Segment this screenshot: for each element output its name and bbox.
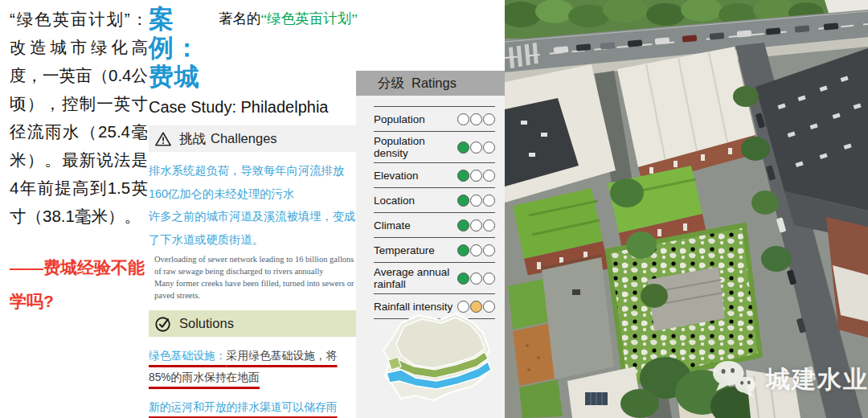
ratings-label-zh: 分级	[378, 75, 404, 92]
rating-dot-green	[457, 141, 469, 154]
rating-label: Location	[374, 192, 457, 209]
rating-dot-none	[470, 141, 482, 154]
rating-dot-green	[457, 170, 469, 182]
wechat-icon	[710, 359, 760, 400]
rating-dot-none	[483, 219, 495, 232]
challenges-body-zh: 排水系统超负荷，导致每年向河流排放160亿加仑的未经处理的污水 许多之前的城市河…	[149, 159, 358, 251]
solution-line-2: 新的运河和开放的排水渠道可以储存雨水。	[149, 396, 350, 418]
rating-dot-none	[470, 195, 482, 207]
case-title-row: 案例：费城 著名的“绿色英亩计划”	[149, 5, 358, 92]
rating-dots	[457, 113, 495, 125]
rating-label: Climate	[374, 217, 457, 234]
rating-row: Population density	[374, 131, 495, 162]
rating-dots	[457, 141, 495, 154]
solutions-header: Solutions	[149, 310, 358, 337]
challenge-en-line: Overloading of sewer network leading to …	[154, 253, 357, 277]
solutions-label-en: Solutions	[179, 316, 234, 331]
case-study-column: 案例：费城 著名的“绿色英亩计划” Case Study: Philadelph…	[149, 5, 358, 418]
rating-dot-none	[470, 244, 482, 256]
rating-label: Average annual rainfall	[374, 264, 457, 293]
solution-line-1: 绿色基础设施：采用绿色基础设施，将85%的雨水保持在地面	[149, 345, 350, 388]
rating-dots	[457, 244, 495, 256]
challenge-zh-line: 排水系统超负荷，导致每年向河流排放160亿加仑的未经处理的污水	[149, 159, 358, 205]
title-note-prefix: 著名的	[219, 10, 261, 27]
rating-row: Temperature	[374, 237, 495, 262]
rating-row: Average annual rainfall	[374, 262, 495, 293]
case-title: 案例：费城	[149, 5, 214, 92]
rating-dots	[457, 195, 495, 207]
rating-label: Population	[374, 111, 457, 128]
rating-row: Location	[374, 187, 495, 212]
philadelphia-question: ——费城经验不能学吗?	[10, 251, 148, 318]
left-text-column: “绿色英亩计划”：改造城市绿化高度，一英亩（0.4公顷），控制一英寸径流雨水（2…	[10, 5, 148, 318]
aerial-photo-illustration	[505, 0, 868, 418]
case-title-note: 著名的“绿色英亩计划”	[219, 5, 358, 27]
rating-dots	[457, 273, 495, 285]
rating-row: Population	[374, 106, 495, 131]
rating-row: Elevation	[374, 162, 495, 187]
challenge-en-line: Many former creeks have been filled, tur…	[154, 277, 357, 301]
rating-label: Population density	[374, 133, 457, 162]
ratings-label-en: Ratings	[411, 76, 457, 91]
ratings-rows: PopulationPopulation densityElevationLoc…	[374, 106, 495, 319]
rating-dot-none	[483, 141, 495, 154]
case-subtitle: Case Study: Philadelphia	[149, 98, 358, 117]
rating-dot-none	[470, 219, 482, 232]
rating-dot-green	[457, 219, 469, 232]
rating-dots	[457, 219, 495, 232]
rating-dot-none	[483, 195, 495, 207]
rating-dot-none	[483, 113, 495, 125]
rating-dot-green	[457, 273, 469, 285]
rating-label: Temperature	[374, 242, 457, 259]
title-note-green: “绿色英亩计划”	[260, 10, 358, 27]
watermark-text: 城建水业	[766, 363, 868, 396]
solution-line1-label: 绿色基础设施：	[149, 350, 227, 362]
rating-dot-green	[457, 244, 469, 256]
rating-dot-none	[483, 170, 495, 182]
rating-dot-none	[483, 244, 495, 256]
rating-dots	[457, 170, 495, 182]
warning-icon	[154, 131, 172, 147]
ratings-header: 分级 Ratings	[356, 71, 505, 96]
green-acre-paragraph: “绿色英亩计划”：改造城市绿化高度，一英亩（0.4公顷），控制一英寸径流雨水（2…	[10, 5, 148, 230]
rating-label: Elevation	[374, 167, 457, 184]
challenge-zh-line: 许多之前的城市河道及溪流被填埋，变成了下水道或硬质街道。	[149, 205, 358, 251]
rating-dot-green	[457, 195, 469, 207]
rating-row: Climate	[374, 212, 495, 237]
slide: “绿色英亩计划”：改造城市绿化高度，一英亩（0.4公顷），控制一英寸径流雨水（2…	[0, 0, 868, 418]
rating-dot-none	[457, 113, 469, 125]
ratings-panel: 分级 Ratings PopulationPopulation densityE…	[356, 71, 505, 418]
watermark: 城建水业	[710, 359, 868, 400]
rating-dot-none	[483, 273, 495, 285]
aerial-photo: 城建水业	[505, 0, 868, 418]
challenges-body-en: Overloading of sewer network leading to …	[149, 253, 357, 301]
challenges-label-en: Challenges	[211, 131, 277, 146]
challenges-label-zh: 挑战	[179, 130, 206, 148]
rating-dot-none	[470, 273, 482, 285]
philadelphia-watershed-map	[377, 309, 502, 410]
rating-dot-none	[470, 113, 482, 125]
challenges-header: 挑战 Challenges	[149, 125, 358, 152]
check-circle-icon	[154, 315, 172, 333]
rating-dot-none	[470, 170, 482, 182]
